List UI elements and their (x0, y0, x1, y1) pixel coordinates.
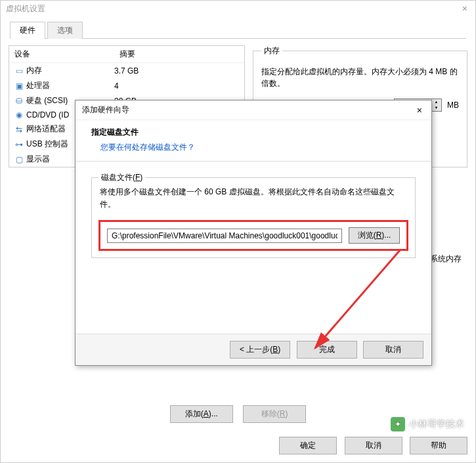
memory-desc: 指定分配给此虚拟机的内存量。内存大小必须为 4 MB 的倍数。 (261, 66, 459, 89)
wizard-heading: 指定磁盘文件 (91, 127, 416, 138)
ok-button[interactable]: 确定 (279, 437, 337, 454)
wizard-subheading: 您要在何处存储磁盘文件？ (91, 142, 416, 153)
help-button[interactable]: 帮助 (410, 437, 467, 454)
device-name: 处理器 (26, 80, 50, 91)
device-name: 显示器 (26, 154, 50, 165)
device-row[interactable]: ▭内存3.7 GB (9, 63, 244, 78)
col-summary: 摘要 (114, 46, 244, 62)
cancel-button[interactable]: 取消 (345, 437, 402, 454)
tab-hardware[interactable]: 硬件 (10, 22, 45, 39)
disk-file-desc: 将使用多个磁盘文件创建一个 60 GB 虚拟磁盘。将根据此文件名自动命名这些磁盘… (100, 186, 408, 211)
wizard-dialog: 添加硬件向导 × 指定磁盘文件 您要在何处存储磁盘文件？ 磁盘文件(F) 将使用… (75, 100, 432, 366)
cpu-icon: ▣ (14, 81, 24, 91)
col-device: 设备 (9, 46, 114, 62)
remove-button[interactable]: 移除(R) (243, 405, 306, 423)
wizard-title: 添加硬件向导 (82, 104, 129, 116)
device-name: USB 控制器 (26, 139, 68, 150)
memory-icon: ▭ (14, 66, 24, 76)
memory-unit: MB (447, 100, 459, 110)
device-name: 网络适配器 (26, 123, 66, 135)
device-summary: 4 (114, 81, 239, 91)
device-row[interactable]: ▣处理器4 (9, 78, 244, 93)
close-icon[interactable]: × (462, 3, 467, 14)
disk-icon: ⛁ (14, 97, 24, 106)
window-title: 虚拟机设置 (1, 1, 475, 17)
display-icon: ▢ (14, 155, 24, 164)
memory-legend: 内存 (261, 45, 282, 56)
back-button[interactable]: < 上一步(B) (230, 341, 290, 359)
spin-down-icon[interactable]: ▼ (431, 105, 441, 111)
highlight-box: 浏览(R)... (98, 220, 408, 251)
cd-icon: ◉ (14, 110, 24, 120)
browse-button[interactable]: 浏览(R)... (349, 227, 400, 244)
device-summary: 3.7 GB (114, 66, 239, 76)
disk-path-input[interactable] (107, 229, 342, 243)
add-button[interactable]: 添加(A)... (170, 405, 233, 423)
disk-file-legend: 磁盘文件(F) (98, 172, 145, 183)
device-name: CD/DVD (ID (26, 110, 69, 120)
wizard-cancel-button[interactable]: 取消 (363, 341, 423, 359)
close-icon[interactable]: × (414, 105, 425, 116)
tab-options[interactable]: 选项 (47, 22, 83, 39)
net-icon: ⇆ (14, 125, 24, 134)
device-name: 内存 (26, 65, 42, 76)
device-name: 硬盘 (SCSI) (26, 95, 68, 106)
watermark: ✦ 小林哥学技术 (391, 417, 464, 431)
spin-up-icon[interactable]: ▲ (431, 99, 441, 105)
usb-icon: ⊶ (14, 140, 24, 149)
disk-file-group: 磁盘文件(F) 将使用多个磁盘文件创建一个 60 GB 虚拟磁盘。将根据此文件名… (91, 172, 416, 258)
wechat-icon: ✦ (391, 417, 405, 431)
finish-button[interactable]: 完成 (297, 341, 357, 359)
